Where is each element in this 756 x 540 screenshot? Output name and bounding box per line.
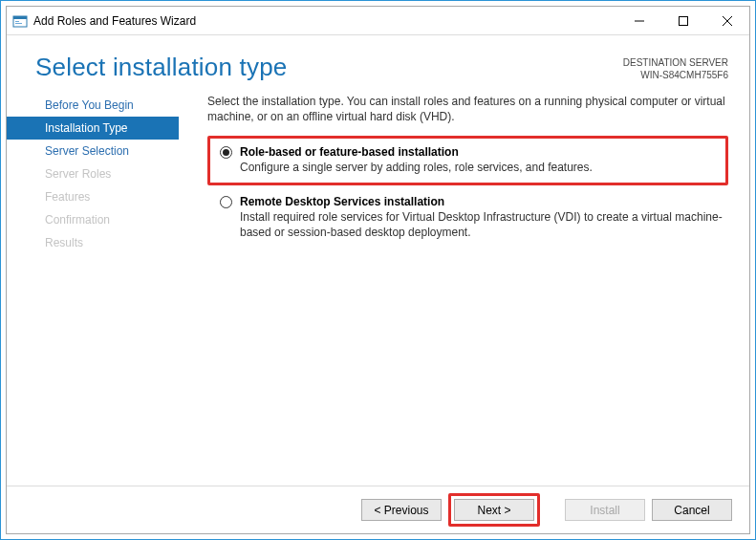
option-role-based[interactable]: Role-based or feature-based installation…: [220, 145, 716, 175]
page-title: Select installation type: [35, 53, 623, 82]
close-button[interactable]: [705, 7, 749, 35]
wizard-content: Select the installation type. You can in…: [179, 88, 749, 486]
option-desc: Configure a single server by adding role…: [240, 160, 716, 175]
wizard-footer: < Previous Next > Install Cancel: [7, 486, 749, 533]
radio-remote-desktop[interactable]: [220, 196, 232, 208]
maximize-button[interactable]: [661, 7, 705, 35]
step-features: Features: [7, 185, 179, 208]
option-title: Remote Desktop Services installation: [240, 195, 728, 208]
wizard-body: Before You Begin Installation Type Serve…: [7, 88, 749, 486]
step-installation-type[interactable]: Installation Type: [7, 117, 179, 140]
svg-rect-2: [15, 21, 19, 22]
window-controls: [617, 7, 749, 35]
option-role-based-highlight: Role-based or feature-based installation…: [207, 136, 728, 184]
svg-rect-5: [680, 16, 688, 25]
wizard-steps-sidebar: Before You Begin Installation Type Serve…: [7, 88, 179, 486]
wizard-window-outer: Add Roles and Features Wizard Select ins…: [0, 0, 756, 540]
page-header: Select installation type DESTINATION SER…: [7, 35, 749, 88]
option-body: Remote Desktop Services installation Ins…: [240, 195, 728, 240]
step-confirmation: Confirmation: [7, 208, 179, 231]
install-button: Install: [565, 499, 645, 521]
destination-label: DESTINATION SERVER: [623, 56, 728, 69]
step-results: Results: [7, 231, 179, 254]
option-title: Role-based or feature-based installation: [240, 145, 716, 159]
next-button[interactable]: Next >: [454, 499, 534, 521]
minimize-button[interactable]: [617, 7, 661, 35]
option-remote-desktop[interactable]: Remote Desktop Services installation Ins…: [207, 195, 728, 240]
option-desc: Install required role services for Virtu…: [240, 209, 728, 240]
step-before-you-begin[interactable]: Before You Begin: [7, 94, 179, 117]
window-title: Add Roles and Features Wizard: [33, 14, 617, 28]
option-body: Role-based or feature-based installation…: [240, 145, 716, 175]
step-server-selection[interactable]: Server Selection: [7, 140, 179, 162]
titlebar: Add Roles and Features Wizard: [7, 7, 749, 35]
next-button-highlight: Next >: [448, 493, 540, 527]
intro-text: Select the installation type. You can in…: [207, 94, 728, 124]
svg-rect-3: [15, 23, 22, 24]
destination-server: DESTINATION SERVER WIN-S84CMH755F6: [623, 53, 728, 81]
wizard-window: Add Roles and Features Wizard Select ins…: [6, 6, 750, 534]
step-server-roles: Server Roles: [7, 162, 179, 185]
previous-button[interactable]: < Previous: [361, 499, 442, 521]
cancel-button[interactable]: Cancel: [652, 499, 732, 521]
svg-rect-1: [13, 16, 27, 19]
destination-value: WIN-S84CMH755F6: [623, 69, 728, 81]
radio-role-based[interactable]: [220, 146, 232, 159]
app-icon: [12, 13, 28, 29]
